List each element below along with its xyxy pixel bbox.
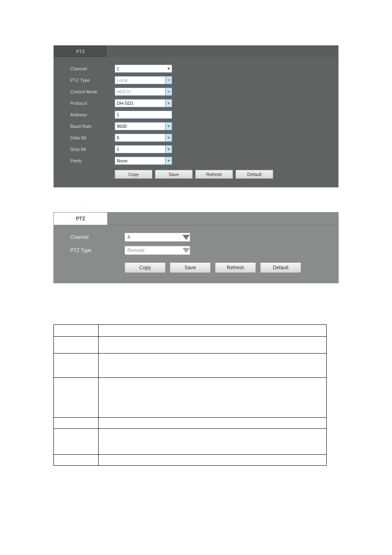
chevron-down-icon (182, 246, 190, 254)
row-protocol: Protocol DH-SD1 (54, 99, 338, 107)
row-parity: Parity None (54, 157, 338, 165)
save-button[interactable]: Save (170, 262, 211, 273)
table-row (54, 378, 327, 418)
chevron-down-icon (165, 146, 172, 153)
protocol-value: DH-SD1 (115, 101, 165, 106)
label-parity: Parity (54, 158, 115, 163)
table-row (54, 429, 327, 455)
chevron-down-icon (166, 65, 172, 72)
ptz-panel-light: PTZ Channel 4 PTZ Type Remote Copy (53, 212, 339, 283)
label-channel: Channel (54, 66, 115, 71)
address-value: 1 (115, 112, 119, 117)
row-data-bit: Data Bit 8 (54, 134, 338, 142)
refresh-button[interactable]: Refresh (215, 262, 256, 273)
baud-rate-value: 9600 (115, 124, 165, 129)
label-address: Address (54, 112, 115, 117)
description-table (53, 324, 327, 466)
table-row (54, 354, 327, 378)
button-row: Copy Save Refresh Default (125, 262, 338, 273)
chevron-down-icon (165, 123, 172, 130)
label-control-mode: Control Mode (54, 89, 115, 94)
ptz-type-select: Remote (125, 246, 190, 255)
channel-select[interactable]: 1 (115, 65, 172, 73)
table-cell (99, 429, 327, 455)
stop-bit-value: 1 (115, 147, 165, 152)
panel-content: Channel 4 PTZ Type Remote Copy Save Refr… (54, 225, 338, 283)
channel-select[interactable]: 4 (125, 233, 190, 242)
label-channel: Channel (54, 234, 125, 240)
parity-select[interactable]: None (115, 157, 172, 165)
ptz-type-value: Local (115, 78, 165, 83)
row-channel: Channel 1 (54, 65, 338, 73)
row-control-mode: Control Mode HDCVI (54, 88, 338, 96)
row-ptz-type: PTZ Type Remote (54, 246, 338, 255)
stop-bit-select[interactable]: 1 (115, 145, 172, 153)
row-ptz-type: PTZ Type Local (54, 76, 338, 84)
tab-bar: PTZ (54, 46, 338, 57)
table-cell (99, 337, 327, 354)
ptz-type-value: Remote (125, 247, 182, 253)
table-header-cell (54, 325, 99, 337)
row-address: Address 1 (54, 111, 338, 119)
copy-button[interactable]: Copy (115, 170, 152, 179)
label-protocol: Protocol (54, 101, 115, 106)
ptz-type-select: Local (115, 76, 172, 84)
table-cell (54, 429, 99, 455)
chevron-down-icon (182, 233, 190, 241)
save-button[interactable]: Save (155, 170, 193, 179)
data-bit-value: 8 (115, 135, 165, 140)
table-cell (54, 455, 99, 466)
panel-content: Channel 1 PTZ Type Local Control Mode HD… (54, 57, 338, 187)
table-row (54, 455, 327, 466)
table-cell (99, 455, 327, 466)
data-bit-select[interactable]: 8 (115, 134, 172, 142)
refresh-button[interactable]: Refresh (195, 170, 233, 179)
table-cell (54, 337, 99, 354)
chevron-down-icon (165, 88, 172, 95)
protocol-select[interactable]: DH-SD1 (115, 99, 172, 107)
table-cell (54, 418, 99, 429)
button-row: Copy Save Refresh Default (115, 170, 338, 179)
table-header-row (54, 325, 327, 337)
table-cell (54, 354, 99, 378)
table-cell (99, 354, 327, 378)
control-mode-value: HDCVI (115, 89, 165, 94)
channel-value: 4 (125, 234, 182, 240)
chevron-down-icon (165, 76, 172, 84)
row-channel: Channel 4 (54, 233, 338, 242)
label-data-bit: Data Bit (54, 135, 115, 140)
chevron-down-icon (165, 99, 172, 107)
tab-ptz[interactable]: PTZ (54, 46, 108, 57)
baud-rate-select[interactable]: 9600 (115, 122, 172, 130)
default-button[interactable]: Default (235, 170, 273, 179)
label-baud-rate: Baud Rate (54, 124, 115, 129)
chevron-down-icon (165, 134, 172, 141)
row-stop-bit: Stop Bit 1 (54, 145, 338, 153)
ptz-panel-dark: PTZ Channel 1 PTZ Type Local Contr (53, 45, 339, 187)
channel-value: 1 (115, 66, 166, 71)
table-header-cell (99, 325, 327, 337)
table-cell (99, 418, 327, 429)
tab-ptz[interactable]: PTZ (54, 213, 107, 225)
row-baud-rate: Baud Rate 9600 (54, 122, 338, 130)
label-stop-bit: Stop Bit (54, 147, 115, 152)
parity-value: None (115, 158, 165, 163)
label-ptz-type: PTZ Type (54, 247, 125, 253)
label-ptz-type: PTZ Type (54, 78, 115, 83)
copy-button[interactable]: Copy (125, 262, 166, 273)
table-row (54, 418, 327, 429)
tab-bar: PTZ (54, 213, 338, 225)
control-mode-select: HDCVI (115, 88, 172, 96)
table-cell (99, 378, 327, 418)
table-row (54, 337, 327, 354)
chevron-down-icon (165, 157, 172, 164)
default-button[interactable]: Default (260, 262, 301, 273)
table-cell (54, 378, 99, 418)
address-input[interactable]: 1 (115, 111, 172, 119)
